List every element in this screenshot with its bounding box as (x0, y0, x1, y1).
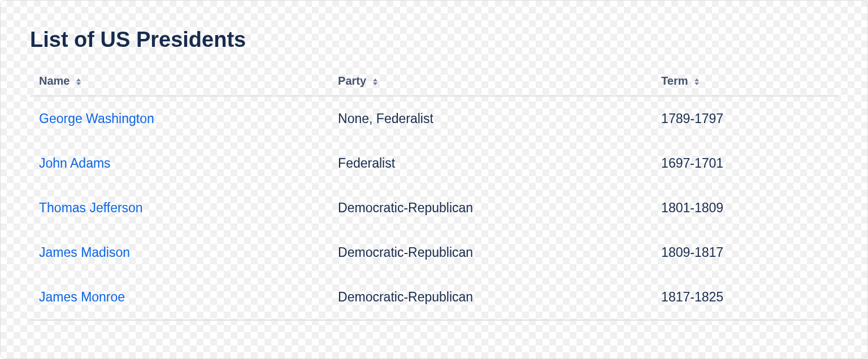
president-party: Democratic-Republican (329, 275, 652, 320)
president-term: 1809-1817 (652, 230, 838, 275)
president-term: 1789-1797 (652, 96, 838, 141)
column-header-term-label: Term (661, 75, 688, 87)
column-header-term[interactable]: Term (652, 68, 838, 96)
president-name-link[interactable]: Thomas Jefferson (39, 200, 143, 215)
column-header-party[interactable]: Party (329, 68, 652, 96)
president-name-link[interactable]: George Washington (39, 111, 154, 126)
sort-icon (373, 78, 377, 85)
president-name-link[interactable]: John Adams (39, 156, 111, 170)
page-title: List of US Presidents (30, 28, 838, 52)
table-row: James Madison Democratic-Republican 1809… (30, 230, 838, 275)
column-header-name[interactable]: Name (30, 68, 329, 96)
president-party: Federalist (329, 141, 652, 186)
president-term: 1817-1825 (652, 275, 838, 320)
president-term: 1801-1809 (652, 186, 838, 230)
president-name-link[interactable]: James Madison (39, 245, 130, 260)
table-row: Thomas Jefferson Democratic-Republican 1… (30, 186, 838, 230)
president-party: Democratic-Republican (329, 230, 652, 275)
sort-icon (695, 78, 699, 85)
table-row: John Adams Federalist 1697-1701 (30, 141, 838, 186)
president-party: Democratic-Republican (329, 186, 652, 230)
president-party: None, Federalist (329, 96, 652, 141)
column-header-party-label: Party (338, 75, 366, 87)
sort-icon (76, 78, 81, 85)
table-row: George Washington None, Federalist 1789-… (30, 96, 838, 141)
president-term: 1697-1701 (652, 141, 838, 186)
column-header-name-label: Name (39, 75, 70, 87)
presidents-table: Name Party Term George Washington None, … (30, 68, 838, 321)
table-row: James Monroe Democratic-Republican 1817-… (30, 275, 838, 320)
president-name-link[interactable]: James Monroe (39, 290, 125, 304)
